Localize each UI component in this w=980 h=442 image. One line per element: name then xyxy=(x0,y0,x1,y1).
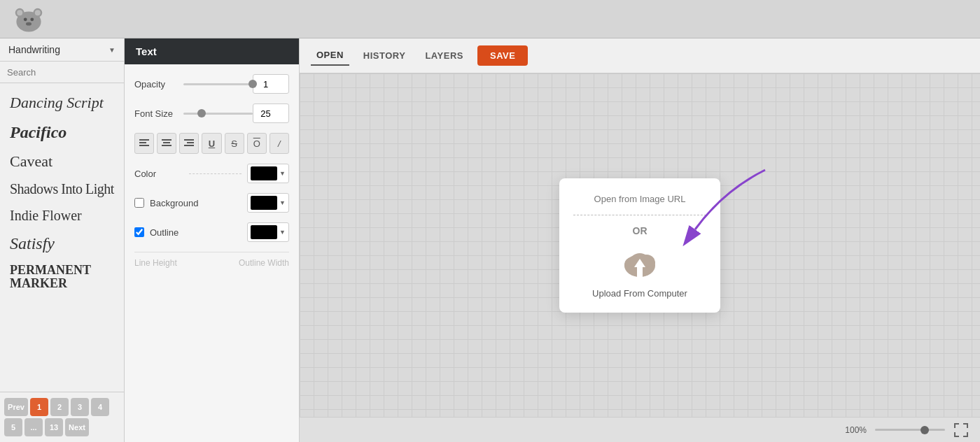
font-size-slider-track xyxy=(183,113,253,115)
font-size-slider-thumb[interactable] xyxy=(197,109,206,117)
font-size-control-row: Font Size xyxy=(134,104,289,123)
color-picker-button[interactable]: ▼ xyxy=(247,164,289,183)
page-ellipsis: ... xyxy=(24,418,43,436)
text-panel-header: Text xyxy=(125,38,299,64)
strikethrough-button[interactable]: S xyxy=(225,133,244,154)
page-3-button[interactable]: 3 xyxy=(71,398,89,416)
prev-page-button[interactable]: Prev xyxy=(4,398,28,416)
font-item-shadows-into-light[interactable]: Shadows Into Light xyxy=(0,176,124,202)
opacity-slider-thumb[interactable] xyxy=(248,80,257,88)
font-size-input[interactable] xyxy=(253,104,289,123)
svg-point-4 xyxy=(35,10,41,15)
top-bar xyxy=(0,0,980,38)
font-item-dancing-script[interactable]: Dancing Script xyxy=(0,89,124,117)
outline-color-swatch xyxy=(251,225,277,239)
canvas-area: OPEN HISTORY LAYERS SAVE OR xyxy=(300,38,980,442)
background-label: Background xyxy=(150,198,199,208)
svg-rect-26 xyxy=(967,423,968,428)
italic-button[interactable]: / xyxy=(270,133,289,154)
svg-point-5 xyxy=(24,17,27,21)
svg-rect-15 xyxy=(187,142,194,143)
underline-button[interactable]: U xyxy=(202,133,221,154)
svg-point-7 xyxy=(26,22,31,26)
svg-rect-28 xyxy=(954,432,955,437)
align-left-button[interactable] xyxy=(134,133,154,154)
svg-rect-8 xyxy=(139,139,149,141)
font-size-label: Font Size xyxy=(134,108,183,119)
background-color-button[interactable]: ▼ xyxy=(247,193,289,213)
upload-modal: OR Upload From Computer xyxy=(559,178,720,313)
tab-history[interactable]: HISTORY xyxy=(358,46,412,65)
background-control-row: Background ▼ xyxy=(134,193,289,213)
zoom-percentage-label: 100% xyxy=(845,425,867,435)
background-checkbox[interactable] xyxy=(134,198,144,208)
search-box xyxy=(0,62,124,83)
font-size-slider-container xyxy=(183,113,253,115)
page-13-button[interactable]: 13 xyxy=(45,418,63,436)
font-item-pacifico[interactable]: Pacifico xyxy=(0,117,124,148)
page-4-button[interactable]: 4 xyxy=(91,398,109,416)
image-url-input[interactable] xyxy=(573,194,706,204)
bottom-bar: 100% xyxy=(300,417,980,442)
text-panel: Text Opacity Font Size xyxy=(125,38,300,442)
font-item-satisfy[interactable]: Satisfy xyxy=(0,229,124,259)
zoom-slider-thumb[interactable] xyxy=(920,426,929,434)
color-dropdown-icon: ▼ xyxy=(279,170,286,177)
font-item-indie-flower[interactable]: Indie Flower xyxy=(0,202,124,229)
opacity-label: Opacity xyxy=(134,79,183,90)
svg-rect-11 xyxy=(162,139,172,141)
canvas-toolbar: OPEN HISTORY LAYERS SAVE xyxy=(300,38,980,73)
bear-logo-icon xyxy=(11,5,46,33)
font-category-selector[interactable]: Handwriting ▼ xyxy=(0,38,124,62)
opacity-input[interactable] xyxy=(253,74,289,94)
page-1-button[interactable]: 1 xyxy=(30,398,48,416)
fullscreen-button[interactable] xyxy=(953,422,969,438)
outline-label: Outline xyxy=(150,227,199,238)
page-2-button[interactable]: 2 xyxy=(50,398,69,416)
background-checkbox-row: Background xyxy=(134,198,199,208)
or-divider: OR xyxy=(633,225,648,236)
opacity-slider-container xyxy=(183,83,253,85)
svg-rect-24 xyxy=(954,423,955,428)
outline-width-label: Outline Width xyxy=(239,258,289,268)
font-category-label: Handwriting xyxy=(8,44,60,55)
search-input[interactable] xyxy=(7,67,117,78)
left-sidebar: Handwriting ▼ Dancing Script Pacifico Ca… xyxy=(0,38,125,442)
outline-checkbox[interactable] xyxy=(134,227,144,237)
svg-rect-13 xyxy=(162,145,172,146)
svg-point-6 xyxy=(30,17,34,21)
chevron-down-icon: ▼ xyxy=(108,46,115,54)
upload-cloud-icon xyxy=(619,246,661,283)
page-5-button[interactable]: 5 xyxy=(4,418,22,436)
tab-layers[interactable]: LAYERS xyxy=(419,46,469,65)
svg-rect-30 xyxy=(967,432,968,437)
font-list: Dancing Script Pacifico Caveat Shadows I… xyxy=(0,83,124,392)
zoom-slider[interactable] xyxy=(875,429,945,431)
fullscreen-icon xyxy=(953,422,969,438)
background-color-swatch xyxy=(251,196,277,210)
font-item-permanent-marker[interactable]: PermanentMarker xyxy=(0,259,124,296)
next-page-button[interactable]: Next xyxy=(65,418,89,436)
outline-control-row: Outline ▼ xyxy=(134,222,289,242)
outline-color-dropdown-icon: ▼ xyxy=(279,229,286,236)
upload-label: Upload From Computer xyxy=(592,288,687,299)
svg-rect-9 xyxy=(139,142,146,143)
outline-color-button[interactable]: ▼ xyxy=(247,222,289,242)
svg-point-3 xyxy=(17,10,22,15)
svg-rect-10 xyxy=(139,145,149,146)
tab-open[interactable]: OPEN xyxy=(311,45,349,66)
opacity-control-row: Opacity xyxy=(134,74,289,94)
align-center-button[interactable] xyxy=(157,133,176,154)
url-input-area xyxy=(573,192,706,215)
opacity-slider-track xyxy=(183,83,253,85)
overline-button[interactable]: O xyxy=(247,133,267,154)
pagination: Prev 1 2 3 4 5 ... 13 Next xyxy=(0,392,124,442)
save-button[interactable]: SAVE xyxy=(477,45,528,66)
align-right-button[interactable] xyxy=(179,133,199,154)
format-buttons-row: U S O / xyxy=(134,133,289,154)
main-area: Handwriting ▼ Dancing Script Pacifico Ca… xyxy=(0,38,980,442)
outline-checkbox-row: Outline xyxy=(134,227,199,238)
upload-from-computer-button[interactable]: Upload From Computer xyxy=(592,246,687,299)
line-height-label: Line Height xyxy=(134,258,177,268)
font-item-caveat[interactable]: Caveat xyxy=(0,148,124,176)
